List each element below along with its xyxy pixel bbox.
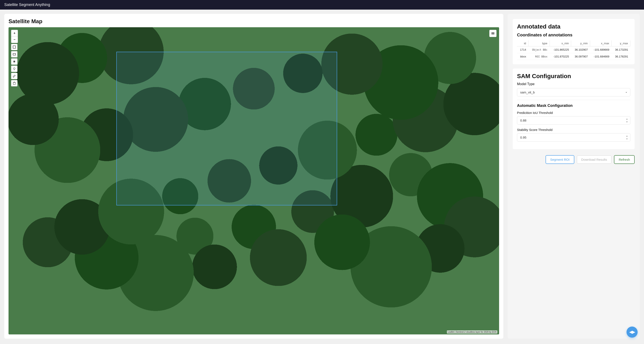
model-type-select[interactable]: sam_vit_b sam_vit_l sam_vit_h <box>517 88 630 96</box>
cell-type: Object BBc <box>528 46 550 53</box>
col-xmax: x_max <box>590 40 612 46</box>
main-content: Satellite Map + − <box>0 9 644 343</box>
map-attribution: Leaflet | Sentinel-2 cloudless layer for… <box>447 330 498 334</box>
col-ymin: y_min <box>571 40 590 46</box>
floating-nav-button[interactable]: ◀▶ <box>626 327 638 338</box>
col-ymax: y_max <box>612 40 630 46</box>
svg-rect-2 <box>14 61 15 62</box>
floating-nav-icon: ◀▶ <box>629 330 635 335</box>
small-square-tool-button[interactable] <box>11 58 18 65</box>
zoom-controls: + − <box>11 30 18 43</box>
zoom-in-button[interactable]: + <box>11 30 18 36</box>
rectangle-tool-button[interactable] <box>11 51 18 57</box>
col-id: id <box>517 40 528 46</box>
mask-config-title: Automatic Mask Configuration <box>517 103 630 108</box>
annotations-section: Annotated data Coordinates of annotation… <box>513 19 634 64</box>
cell-ymax: 36.173291 <box>612 46 630 53</box>
svg-rect-6 <box>13 82 15 85</box>
cell-ymin: 36.102907 <box>571 46 590 53</box>
map-panel-title: Satellite Map <box>8 18 499 25</box>
iou-down-button[interactable]: ▼ <box>625 121 629 123</box>
edit-button[interactable] <box>11 73 18 79</box>
stability-down-button[interactable]: ▼ <box>625 138 629 140</box>
annotations-table: id type x_min y_min x_max y_max 1714 Obj… <box>517 40 630 60</box>
stability-up-button[interactable]: ▲ <box>625 135 629 137</box>
cell-id: bbox <box>517 53 528 60</box>
table-row: bbox ROI BBox -101.870225 36.097907 -101… <box>517 53 630 60</box>
cell-ymin: 36.097907 <box>571 53 590 60</box>
bottom-actions: Segment ROI Download Results Refresh <box>513 154 634 164</box>
stability-spinner: ▲ ▼ <box>625 135 629 140</box>
cell-xmin: -101.865225 <box>550 46 571 53</box>
stability-label: Stability Score Threshold <box>517 128 630 132</box>
svg-rect-10 <box>492 33 494 34</box>
coordinates-title: Coordinates of annotations <box>517 32 630 37</box>
iou-up-button[interactable]: ▲ <box>625 118 629 120</box>
sam-config-section: SAM Configuration Model Type sam_vit_b s… <box>513 69 634 149</box>
map-controls: + − <box>11 30 18 86</box>
trash-button[interactable] <box>11 80 18 86</box>
cell-id: 1714 <box>517 46 528 53</box>
stability-input-wrapper: ▲ ▼ <box>517 133 630 142</box>
table-row: 1714 Object BBc -101.865225 36.102907 -1… <box>517 46 630 53</box>
app-title: Satellite Segment Anything <box>4 2 50 7</box>
layers-button[interactable] <box>489 30 496 37</box>
svg-rect-1 <box>13 53 16 55</box>
titlebar: Satellite Segment Anything <box>0 0 644 9</box>
cell-type: ROI BBox <box>528 53 550 60</box>
cell-ymax: 36.178291 <box>612 53 630 60</box>
download-results-button[interactable]: Download Results <box>577 155 612 164</box>
right-panel: Annotated data Coordinates of annotation… <box>508 14 640 339</box>
map-container[interactable]: + − <box>8 27 499 335</box>
cell-xmin: -101.870225 <box>550 53 571 60</box>
svg-rect-9 <box>492 34 494 34</box>
iou-spinner: ▲ ▼ <box>625 118 629 123</box>
left-panel: Satellite Map + − <box>4 14 503 339</box>
stability-input[interactable] <box>517 133 630 142</box>
segment-roi-button[interactable]: Segment ROI <box>546 155 574 164</box>
svg-rect-0 <box>13 46 16 48</box>
iou-label: Predicition IoU Threshold <box>517 111 630 115</box>
zoom-out-button[interactable]: − <box>11 36 18 43</box>
model-type-label: Model Type <box>517 82 630 86</box>
svg-point-3 <box>14 68 15 69</box>
cell-xmax: -101.689669 <box>590 46 612 53</box>
annotated-data-title: Annotated data <box>517 23 630 30</box>
iou-input[interactable] <box>517 116 630 125</box>
map-background <box>8 27 499 335</box>
col-type: type <box>528 40 550 46</box>
col-xmin: x_min <box>550 40 571 46</box>
divider <box>517 100 630 100</box>
cell-xmax: -101.684669 <box>590 53 612 60</box>
refresh-button[interactable]: Refresh <box>614 155 634 164</box>
location-button[interactable] <box>11 66 18 72</box>
square-tool-button[interactable] <box>11 44 18 50</box>
iou-input-wrapper: ▲ ▼ <box>517 116 630 125</box>
svg-rect-11 <box>492 32 494 33</box>
table-header-row: id type x_min y_min x_max y_max <box>517 40 630 46</box>
sam-config-title: SAM Configuration <box>517 73 630 80</box>
